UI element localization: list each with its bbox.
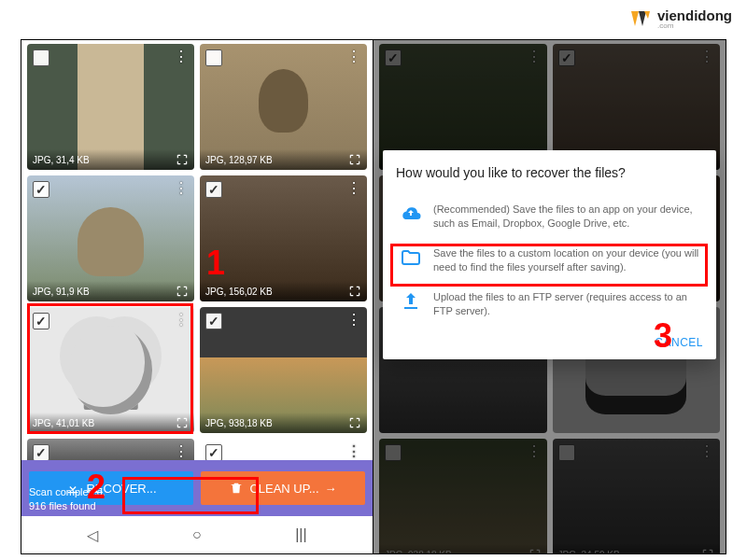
select-checkbox[interactable] [205, 444, 222, 461]
option-ftp[interactable]: Upload the files to an FTP server (requi… [396, 283, 703, 327]
nav-back-icon[interactable]: ◁ [87, 526, 98, 544]
select-checkbox[interactable] [205, 181, 222, 198]
action-bar: RECOVER... CLEAN UP... → [21, 460, 373, 516]
recover-button[interactable]: RECOVER... [29, 471, 193, 505]
upload-icon [400, 290, 422, 313]
thumb-label: JPG, 91,9 KB [33, 287, 90, 297]
download-icon [65, 481, 80, 496]
nav-home-icon[interactable]: ○ [192, 526, 202, 543]
recover-dialog: How would you like to recover the files?… [383, 150, 716, 359]
select-checkbox[interactable] [33, 444, 49, 461]
thumbnail-grid[interactable]: ⋮ JPG, 31,4 KB ⋮ JPG, 128,97 KB ⋮ JPG, 9… [21, 40, 373, 473]
thumb-menu-icon[interactable]: ⋮ [174, 48, 189, 65]
thumbnail-item[interactable]: ⋮ JPG, 938,18 KB [200, 307, 367, 433]
option-cloud-text: (Recommended) Save the files to an app o… [433, 203, 699, 231]
thumb-menu-icon[interactable]: ⋮ [174, 179, 189, 197]
thumbnail-item[interactable]: ⋮ JPG, 31,4 KB [27, 44, 194, 170]
option-ftp-text: Upload the files to an FTP server (requi… [433, 290, 699, 319]
thumb-label: JPG, 128,97 KB [205, 155, 273, 165]
nav-recents-icon[interactable]: ||| [295, 526, 306, 543]
thumb-menu-icon[interactable]: ⋮ [346, 48, 361, 65]
thumb-menu-icon[interactable]: ⋮ [174, 442, 189, 460]
cleanup-label: CLEAN UP... [249, 482, 318, 496]
select-checkbox[interactable] [205, 313, 222, 329]
thumb-label: JPG, 156,02 KB [205, 287, 273, 297]
select-checkbox[interactable] [205, 49, 222, 66]
cancel-button[interactable]: CANCEL [655, 336, 703, 349]
option-local[interactable]: Save the files to a custom location on y… [396, 239, 703, 283]
folder-icon [400, 246, 422, 269]
thumb-label: JPG, 41,01 KB [33, 418, 94, 428]
recover-label: RECOVER... [86, 482, 156, 496]
expand-icon[interactable] [176, 416, 189, 429]
expand-icon[interactable] [176, 153, 189, 166]
thumb-menu-icon[interactable]: ⋮ [174, 311, 189, 329]
brand-logo-icon [629, 7, 652, 30]
thumb-label: JPG, 31,4 KB [33, 155, 90, 165]
thumb-caption: Sốc vãi mèo [83, 399, 138, 410]
brand-logo-area: viendidong .com [629, 7, 732, 30]
android-nav-bar: ◁ ○ ||| [21, 516, 373, 553]
thumbnail-item[interactable]: ⋮ JPG, 91,9 KB [27, 175, 194, 301]
thumbnail-item[interactable]: ⋮ Sốc vãi mèo JPG, 41,01 KB [27, 307, 194, 433]
thumb-label: JPG, 938,18 KB [205, 418, 273, 428]
thumbnail-item[interactable]: ⋮ JPG, 156,02 KB [200, 175, 367, 301]
right-pane: ⋮JPG, 31,4 KB ⋮JPG, 128,06 KB ⋮ ⋮ ⋮ ⋮ ⋮J… [374, 40, 726, 553]
thumbnail-item[interactable]: ⋮ JPG, 128,97 KB [200, 44, 367, 170]
expand-icon[interactable] [348, 153, 361, 166]
select-checkbox[interactable] [33, 181, 49, 198]
option-cloud[interactable]: (Recommended) Save the files to an app o… [396, 195, 703, 239]
expand-icon[interactable] [348, 416, 361, 429]
thumb-menu-icon[interactable]: ⋮ [346, 179, 361, 197]
cleanup-button[interactable]: CLEAN UP... → [201, 471, 365, 505]
dialog-title: How would you like to recover the files? [396, 165, 703, 180]
left-pane: ⋮ JPG, 31,4 KB ⋮ JPG, 128,97 KB ⋮ JPG, 9… [21, 40, 374, 553]
thumb-menu-icon[interactable]: ⋮ [346, 442, 361, 460]
trash-icon [229, 481, 244, 496]
expand-icon[interactable] [348, 285, 361, 298]
arrow-right-icon: → [325, 482, 337, 496]
option-local-text: Save the files to a custom location on y… [433, 246, 699, 275]
screenshot-container: ⋮ JPG, 31,4 KB ⋮ JPG, 128,97 KB ⋮ JPG, 9… [21, 39, 726, 554]
expand-icon[interactable] [176, 285, 189, 298]
select-checkbox[interactable] [33, 313, 49, 329]
cloud-upload-icon [400, 203, 422, 225]
select-checkbox[interactable] [33, 49, 49, 66]
thumb-menu-icon[interactable]: ⋮ [346, 311, 361, 329]
